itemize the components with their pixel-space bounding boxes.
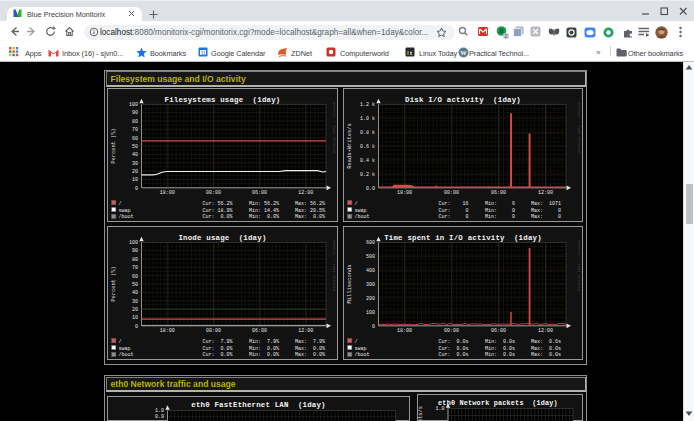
- svg-text:0: 0: [135, 185, 138, 191]
- svg-text:eth0 Network packets (1day): eth0 Network packets (1day): [438, 399, 558, 407]
- svg-text:Max: 20.5%: Max: 20.5%: [295, 207, 325, 213]
- svg-text:Packets/s: Packets/s: [418, 405, 424, 421]
- svg-text:2: 2: [505, 33, 508, 39]
- svg-text:00:00: 00:00: [444, 190, 459, 196]
- svg-text:Min: 0.0%: Min: 0.0%: [249, 352, 279, 358]
- svg-text:Cur: 0.0s: Cur: 0.0s: [438, 345, 468, 351]
- svg-text:0: 0: [372, 323, 375, 329]
- svg-text:Min: 0.0s: Min: 0.0s: [485, 352, 515, 358]
- svg-text:20: 20: [132, 168, 138, 174]
- svg-text:12:00: 12:00: [538, 328, 553, 334]
- svg-text:Cur: 56.2%: Cur: 56.2%: [202, 200, 232, 206]
- svg-text:Min: 0.0s: Min: 0.0s: [485, 338, 515, 344]
- svg-text:Time spent in I/O activity (1: Time spent in I/O activity (1day): [384, 234, 542, 242]
- svg-text:30: 30: [132, 298, 138, 304]
- svg-text:Min: 7.9%: Min: 7.9%: [249, 338, 279, 344]
- svg-text:10: 10: [132, 177, 138, 183]
- svg-text:Max: 0: Max: 0: [531, 214, 561, 220]
- svg-text:Max: 0.0s: Max: 0.0s: [531, 352, 561, 358]
- svg-text:/boot: /boot: [119, 352, 134, 358]
- svg-text:0.9: 0.9: [155, 414, 164, 420]
- svg-text:Percent (%): Percent (%): [111, 128, 117, 164]
- svg-text:Min: 56.2%: Min: 56.2%: [249, 200, 279, 206]
- svg-text:500: 500: [366, 254, 375, 260]
- svg-text:/boot: /boot: [355, 214, 370, 220]
- svg-text:70: 70: [132, 265, 138, 271]
- svg-text:00:00: 00:00: [206, 328, 221, 334]
- svg-text:Max: 1071: Max: 1071: [531, 200, 561, 206]
- svg-text:0: 0: [135, 323, 138, 329]
- svg-text:0.0: 0.0: [366, 185, 375, 191]
- svg-text:Cur: 0.0%: Cur: 0.0%: [202, 214, 232, 220]
- svg-text:60: 60: [132, 135, 138, 141]
- svg-text:18:00: 18:00: [397, 190, 412, 196]
- svg-text:Cur: 0: Cur: 0: [438, 207, 468, 213]
- svg-text:Max: 0.0%: Max: 0.0%: [295, 214, 325, 220]
- svg-text:Max: 0.0%: Max: 0.0%: [295, 345, 325, 351]
- svg-text:12:00: 12:00: [538, 190, 553, 196]
- svg-text:swap: swap: [119, 345, 131, 351]
- svg-text:Max: 0.0s: Max: 0.0s: [531, 345, 561, 351]
- svg-text:/: /: [119, 200, 122, 206]
- svg-text:Min: 14.4%: Min: 14.4%: [249, 207, 279, 213]
- svg-text:200: 200: [366, 295, 375, 301]
- svg-text:Disk I/O activity (1day): Disk I/O activity (1day): [405, 96, 521, 104]
- svg-text:Reads+Writes/s: Reads+Writes/s: [347, 123, 353, 168]
- svg-text:Cur: 0: Cur: 0: [438, 214, 468, 220]
- svg-text:swap: swap: [355, 345, 367, 351]
- svg-text:50: 50: [132, 143, 138, 149]
- svg-text:00:00: 00:00: [444, 328, 459, 334]
- svg-text:t: t: [410, 50, 412, 56]
- svg-text:/: /: [355, 338, 358, 344]
- svg-text:06:00: 06:00: [252, 190, 267, 196]
- svg-text:300: 300: [366, 281, 375, 287]
- svg-text:Percent (%): Percent (%): [111, 266, 117, 302]
- svg-text:Max: 0: Max: 0: [531, 207, 561, 213]
- svg-text:RRDTOOL / TOBI OETIKER: RRDTOOL / TOBI OETIKER: [577, 102, 581, 153]
- svg-text:1.0: 1.0: [435, 406, 444, 412]
- svg-text:Min: 0.0s: Min: 0.0s: [485, 345, 515, 351]
- svg-text:31: 31: [200, 51, 206, 56]
- svg-text:Max: 56.2%: Max: 56.2%: [295, 200, 325, 206]
- svg-text:00:00: 00:00: [206, 190, 221, 196]
- svg-text:Cur: 0.0%: Cur: 0.0%: [202, 352, 232, 358]
- svg-text:Min: 0: Min: 0: [485, 207, 515, 213]
- svg-text:0.6 k: 0.6 k: [360, 143, 375, 149]
- svg-text:600: 600: [366, 240, 375, 246]
- svg-text:RRDTOOL / TOBI OETIKER: RRDTOOL / TOBI OETIKER: [577, 240, 581, 291]
- svg-text:RRDTOOL / TOBI OETIKER: RRDTOOL / TOBI OETIKER: [332, 240, 336, 291]
- svg-text:20: 20: [132, 306, 138, 312]
- svg-text:12:00: 12:00: [298, 190, 313, 196]
- svg-text:100: 100: [129, 102, 138, 108]
- svg-text:Min: 0.0%: Min: 0.0%: [249, 345, 279, 351]
- svg-text:W: W: [460, 49, 467, 56]
- svg-text:18:00: 18:00: [160, 190, 175, 196]
- svg-text:1.0 k: 1.0 k: [360, 116, 375, 122]
- svg-text:/: /: [355, 200, 358, 206]
- svg-text:Max: 7.9%: Max: 7.9%: [295, 338, 325, 344]
- svg-text:Inode usage (1day): Inode usage (1day): [178, 234, 266, 242]
- svg-text:30: 30: [132, 160, 138, 166]
- svg-text:/boot: /boot: [119, 214, 134, 220]
- svg-text:06:00: 06:00: [252, 328, 267, 334]
- svg-text:RRDTOOL / TOBI OETIKER: RRDTOOL / TOBI OETIKER: [332, 102, 336, 153]
- svg-text:Cur: 16: Cur: 16: [438, 200, 468, 206]
- svg-text:70: 70: [132, 127, 138, 133]
- svg-text:Cur: 7.9%: Cur: 7.9%: [202, 338, 232, 344]
- svg-text:100: 100: [366, 309, 375, 315]
- svg-text:1.2 k: 1.2 k: [360, 102, 375, 108]
- svg-text:Milliseconds: Milliseconds: [347, 264, 353, 303]
- svg-text:18:00: 18:00: [160, 328, 175, 334]
- svg-text:06:00: 06:00: [491, 190, 506, 196]
- svg-text:Min: 6: Min: 6: [485, 200, 515, 206]
- svg-text:Cur: 0.0s: Cur: 0.0s: [438, 338, 468, 344]
- svg-text:Max: 0.6s: Max: 0.6s: [531, 338, 561, 344]
- svg-text:0.2 k: 0.2 k: [360, 171, 375, 177]
- svg-text:/: /: [119, 338, 122, 344]
- svg-text:90: 90: [132, 110, 138, 116]
- svg-text:Cur: 0.0s: Cur: 0.0s: [438, 352, 468, 358]
- svg-text:60: 60: [132, 273, 138, 279]
- svg-text:Cur: 0.0%: Cur: 0.0%: [202, 345, 232, 351]
- svg-text:90: 90: [132, 248, 138, 254]
- svg-text:Max: 0.0%: Max: 0.0%: [295, 352, 325, 358]
